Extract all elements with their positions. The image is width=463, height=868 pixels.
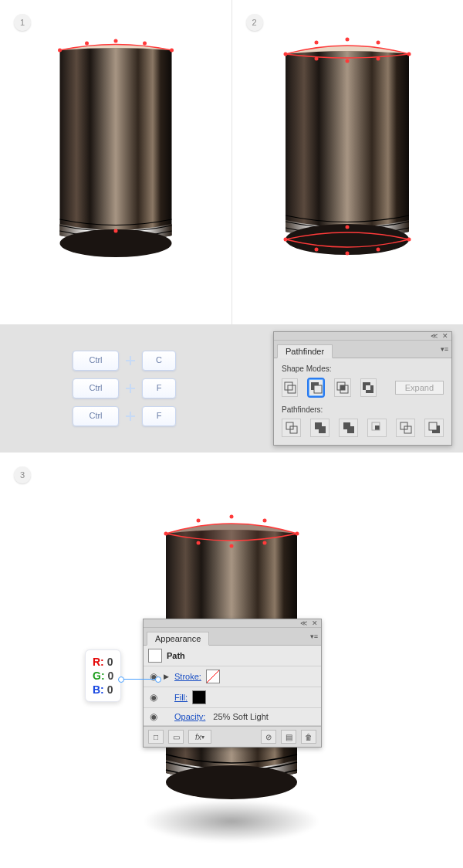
svg-rect-23 [288, 385, 296, 393]
appearance-fill-row[interactable]: ◉ ▶ Fill: [144, 687, 321, 708]
pathfinders-row [282, 419, 444, 437]
svg-rect-28 [340, 385, 345, 390]
unite-icon[interactable] [282, 378, 298, 397]
svg-point-49 [230, 544, 234, 548]
close-icon[interactable]: ✕ [312, 619, 318, 627]
appearance-path-row: Path [144, 646, 321, 666]
step-badge: 1 [14, 14, 31, 31]
intersect-icon[interactable] [334, 378, 350, 397]
svg-point-46 [263, 519, 267, 523]
plus-icon [125, 383, 136, 394]
svg-point-20 [315, 248, 319, 252]
panel-menu-icon[interactable]: ▾≡ [310, 632, 318, 640]
new-appearance-icon[interactable]: ▤ [281, 730, 296, 744]
svg-rect-41 [429, 422, 437, 430]
r-key: R: [93, 656, 104, 668]
stroke-swatch-icon[interactable] [206, 670, 220, 683]
exclude-icon[interactable] [360, 378, 377, 397]
tab-pathfinder[interactable]: Pathfinder [277, 344, 333, 358]
b-key: B: [93, 683, 104, 696]
shape-modes-label: Shape Modes: [282, 364, 444, 373]
step-3-cell: 3 [0, 452, 463, 858]
appearance-stroke-row[interactable]: ◉ ▶ Stroke: [144, 666, 321, 687]
divide-icon[interactable] [282, 419, 301, 437]
new-art-icon[interactable]: □ [148, 730, 164, 744]
key-mod: Ctrl [73, 351, 119, 371]
step-badge: 3 [14, 466, 31, 483]
collapse-icon[interactable]: ≪ [431, 332, 438, 340]
svg-rect-31 [366, 385, 370, 390]
svg-point-17 [407, 238, 411, 242]
svg-point-14 [377, 57, 380, 61]
svg-point-45 [230, 515, 234, 519]
panel-menu-icon[interactable]: ▾≡ [441, 345, 448, 353]
svg-point-0 [59, 229, 171, 257]
plus-icon [125, 411, 136, 422]
fill-swatch-icon[interactable] [192, 690, 206, 704]
r-val: 0 [107, 656, 113, 668]
svg-point-9 [315, 41, 319, 45]
crop-icon[interactable] [367, 419, 387, 437]
shortcut-line: Ctrl C [73, 351, 176, 371]
callout-connector [123, 679, 156, 680]
svg-point-4 [143, 42, 147, 46]
svg-rect-25 [314, 385, 322, 393]
svg-point-42 [166, 765, 297, 799]
panel-tabbar: Appearance ▾≡ [144, 628, 321, 646]
fill-label[interactable]: Fill: [174, 693, 188, 702]
pathfinders-label: Pathfinders: [282, 405, 444, 414]
key-mod: Ctrl [73, 378, 119, 398]
visibility-icon[interactable]: ◉ [148, 711, 159, 722]
tab-appearance[interactable]: Appearance [147, 632, 209, 646]
svg-point-6 [113, 229, 117, 233]
key-letter: F [142, 378, 176, 398]
appearance-opacity-row[interactable]: ◉ Opacity: 25% Soft Light [144, 708, 321, 726]
svg-rect-36 [375, 426, 380, 430]
cylinder-step-1 [56, 35, 175, 274]
key-letter: C [142, 351, 176, 371]
svg-point-5 [170, 49, 174, 53]
svg-point-2 [85, 42, 89, 46]
svg-point-47 [296, 532, 299, 536]
g-key: G: [93, 670, 105, 682]
path-thumb-icon [148, 649, 162, 663]
appearance-footer: □ ▭ fx▾ ⊘ ▤ 🗑 [144, 726, 321, 747]
step-1-cell: 1 [0, 0, 231, 324]
b-val: 0 [107, 683, 113, 696]
minus-front-icon[interactable] [307, 378, 325, 398]
trim-icon[interactable] [310, 419, 330, 437]
no-selection-icon[interactable]: ⊘ [261, 730, 276, 744]
rgb-readout: R: 0 G: 0 B: 0 [85, 649, 121, 702]
opacity-label[interactable]: Opacity: [174, 712, 205, 721]
trash-icon[interactable]: 🗑 [301, 730, 316, 744]
svg-point-11 [377, 41, 380, 45]
key-letter: F [142, 406, 176, 426]
duplicate-icon[interactable]: ▭ [168, 730, 184, 744]
shortcut-line: Ctrl F [73, 378, 176, 398]
panel-titlebar: ≪ ✕ [274, 332, 451, 341]
shortcut-line: Ctrl F [73, 406, 176, 426]
plus-icon [125, 355, 136, 366]
svg-point-19 [346, 225, 350, 229]
panel-titlebar: ≪ ✕ [144, 619, 321, 628]
pathfinder-panel: ≪ ✕ Pathfinder ▾≡ Shape Modes: [273, 331, 452, 446]
close-icon[interactable]: ✕ [442, 332, 448, 340]
fx-menu[interactable]: fx▾ [188, 730, 211, 744]
cylinder-step-2 [282, 35, 413, 274]
stroke-label[interactable]: Stroke: [174, 672, 201, 681]
svg-point-16 [284, 238, 288, 242]
expand-button[interactable]: Expand [395, 381, 444, 395]
minus-back-icon[interactable] [424, 419, 444, 437]
expand-arrow-icon[interactable]: ▶ [164, 673, 170, 680]
svg-point-12 [407, 53, 411, 56]
svg-point-44 [197, 519, 201, 523]
outline-icon[interactable] [396, 419, 415, 437]
panel-tabbar: Pathfinder ▾≡ [274, 341, 451, 358]
visibility-icon[interactable]: ◉ [148, 692, 159, 703]
collapse-icon[interactable]: ≪ [300, 619, 307, 627]
svg-point-50 [263, 541, 267, 545]
svg-point-13 [315, 57, 319, 61]
step-2-cell: 2 [232, 0, 464, 324]
merge-icon[interactable] [339, 419, 358, 437]
svg-point-21 [377, 248, 380, 252]
